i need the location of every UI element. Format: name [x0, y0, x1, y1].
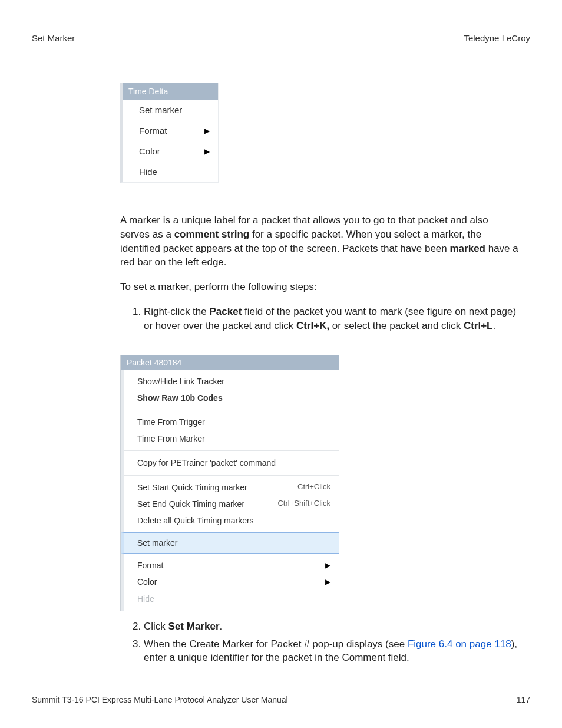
intro-paragraph: A marker is a unique label for a packet … [120, 213, 518, 269]
text: . [492, 320, 495, 331]
bold-text: Ctrl+K, [296, 320, 329, 331]
shortcut-text: Ctrl+Click [297, 482, 330, 492]
menu-item-label: Time From Trigger [137, 417, 205, 427]
menu-section: Set Start Quick Timing marker Ctrl+Click… [124, 475, 339, 533]
menu-item-set-start-quick-timing[interactable]: Set Start Quick Timing marker Ctrl+Click [137, 479, 330, 496]
menu-item-label: Set End Quick Timing marker [137, 499, 244, 509]
bold-text: marked [449, 243, 485, 254]
bold-text: Packet [209, 306, 242, 317]
menu-item-label: Set marker [139, 105, 182, 115]
menu-item-time-from-trigger[interactable]: Time From Trigger [137, 414, 330, 430]
menu-item-show-hide-link-tracker[interactable]: Show/Hide Link Tracker [137, 373, 330, 390]
footer-title: Summit T3-16 PCI Express Multi-Lane Prot… [32, 695, 288, 704]
menu-item-time-from-marker[interactable]: Time From Marker [137, 430, 330, 447]
menu-item-label: Show Raw 10b Codes [137, 393, 223, 403]
menu-item-label: Show/Hide Link Tracker [137, 376, 224, 387]
menu-item-format[interactable]: Format ▶ [137, 557, 330, 574]
menu-header: Packet 480184 [121, 355, 339, 370]
header-left: Set Marker [32, 33, 75, 43]
text: Right-click the [144, 306, 209, 317]
steps-list-continued: Click Set Marker. When the Create Marker… [120, 620, 518, 665]
menu-item-set-end-quick-timing[interactable]: Set End Quick Timing marker Ctrl+Shift+C… [137, 496, 330, 512]
menu-item-color[interactable]: Color ▶ [123, 141, 218, 162]
menu-item-label: Format [137, 560, 163, 571]
menu-item-label: Set Start Quick Timing marker [137, 482, 247, 493]
menu-body: Show/Hide Link Tracker Show Raw 10b Code… [121, 370, 339, 611]
menu-item-show-raw-10b-codes[interactable]: Show Raw 10b Codes [137, 390, 330, 406]
running-header: Set Marker Teledyne LeCroy [32, 33, 530, 47]
bold-text: comment string [174, 229, 250, 240]
menu-item-label: Time From Marker [137, 433, 205, 444]
footer: Summit T3-16 PCI Express Multi-Lane Prot… [32, 695, 530, 704]
page: Set Marker Teledyne LeCroy Time Delta Se… [0, 0, 562, 728]
menu-item-label: Color [137, 577, 157, 587]
lead-paragraph: To set a marker, perform the following s… [120, 280, 518, 294]
shortcut-text: Ctrl+Shift+Click [277, 499, 330, 509]
chevron-right-icon: ▶ [204, 147, 210, 156]
menu-item-label: Copy for PETrainer 'packet' command [137, 457, 276, 468]
bold-text: Set Marker [168, 621, 220, 632]
menu-item-label: Format [139, 126, 167, 136]
menu-section: Show/Hide Link Tracker Show Raw 10b Code… [124, 370, 339, 410]
menu-item-copy-petrainer[interactable]: Copy for PETrainer 'packet' command [137, 454, 330, 471]
figure-link[interactable]: Figure 6.4 on page 118 [408, 638, 511, 650]
context-menu-time-delta: Time Delta Set marker Format ▶ Color ▶ H… [120, 83, 219, 183]
menu-section: Time From Trigger Time From Marker [124, 410, 339, 450]
bold-text: Ctrl+L [464, 320, 493, 331]
menu-item-format[interactable]: Format ▶ [123, 120, 218, 141]
chevron-right-icon: ▶ [325, 561, 330, 571]
menu-item-label: Delete all Quick Timing markers [137, 515, 254, 526]
menu-item-label: Color [139, 146, 160, 156]
text: When the Create Marker for Packet # pop-… [144, 638, 408, 650]
menu-section: Format ▶ Color ▶ Hide [124, 554, 339, 611]
chevron-right-icon: ▶ [325, 578, 330, 587]
content: Time Delta Set marker Format ▶ Color ▶ H… [120, 83, 518, 665]
menu-item-label: Set marker [137, 538, 177, 548]
text: Click [144, 621, 168, 632]
text: or select the packet and click [329, 320, 464, 331]
header-right: Teledyne LeCroy [464, 33, 530, 43]
menu-item-hide-disabled: Hide [137, 591, 330, 607]
menu-item-hide[interactable]: Hide [123, 162, 218, 182]
menu-item-label: Hide [139, 167, 157, 177]
step-2: Click Set Marker. [144, 620, 518, 634]
steps-list: Right-click the Packet field of the pack… [120, 305, 518, 333]
menu-item-color[interactable]: Color ▶ [137, 574, 330, 590]
page-number: 117 [517, 695, 530, 704]
step-3: When the Create Marker for Packet # pop-… [144, 637, 518, 666]
menu-section: Copy for PETrainer 'packet' command [124, 450, 339, 475]
menu-header: Time Delta [123, 83, 218, 100]
menu-item-label: Hide [137, 594, 154, 604]
step-1: Right-click the Packet field of the pack… [144, 305, 518, 333]
text: . [220, 621, 223, 632]
menu-item-set-marker-highlighted[interactable]: Set marker [121, 532, 339, 554]
context-menu-packet: Packet 480184 Show/Hide Link Tracker Sho… [120, 355, 339, 611]
chevron-right-icon: ▶ [204, 127, 210, 135]
menu-item-delete-all-quick-timing[interactable]: Delete all Quick Timing markers [137, 512, 330, 529]
menu-item-set-marker[interactable]: Set marker [123, 100, 218, 120]
